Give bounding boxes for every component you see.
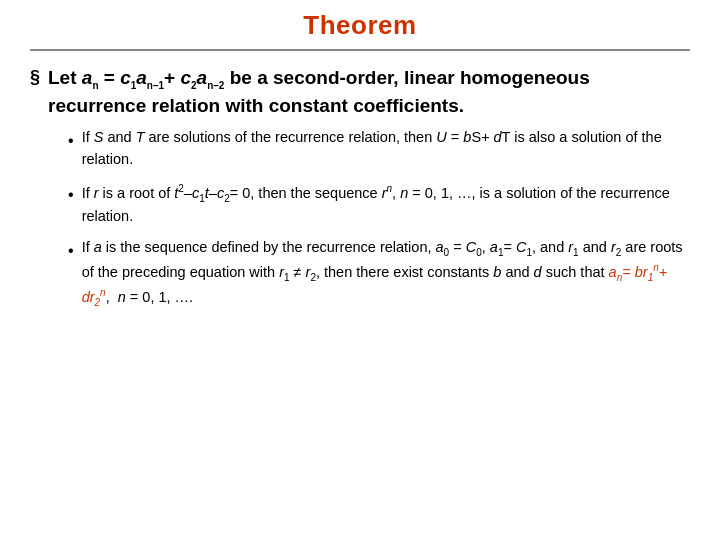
main-statement-block: Let an = c1an–1+ c2an–2 be a second‑orde…: [48, 65, 690, 320]
sub-bullet-3: • If a is the sequence defined by the re…: [68, 237, 690, 309]
dot-icon-2: •: [68, 183, 74, 207]
sub-bullet-1: • If S and T are solutions of the recurr…: [68, 127, 690, 171]
dot-icon-3: •: [68, 239, 74, 263]
bullet1-text: If S and T are solutions of the recurren…: [82, 127, 690, 171]
bullet3-text: If a is the sequence defined by the recu…: [82, 237, 690, 309]
bullet2-text: If r is a root of t2–c1t–c2= 0, then the…: [82, 181, 690, 227]
main-content: § Let an = c1an–1+ c2an–2 be a second‑or…: [30, 65, 690, 520]
title-section: Theorem: [30, 10, 690, 51]
main-statement: Let an = c1an–1+ c2an–2 be a second‑orde…: [48, 67, 590, 116]
dot-icon-1: •: [68, 129, 74, 153]
sub-bullets: • If S and T are solutions of the recurr…: [48, 127, 690, 309]
main-bullet: § Let an = c1an–1+ c2an–2 be a second‑or…: [30, 65, 690, 320]
page-title: Theorem: [303, 10, 416, 40]
square-bullet-icon: §: [30, 67, 40, 88]
page: Theorem § Let an = c1an–1+ c2an–2 be a s…: [0, 0, 720, 540]
sub-bullet-2: • If r is a root of t2–c1t–c2= 0, then t…: [68, 181, 690, 227]
